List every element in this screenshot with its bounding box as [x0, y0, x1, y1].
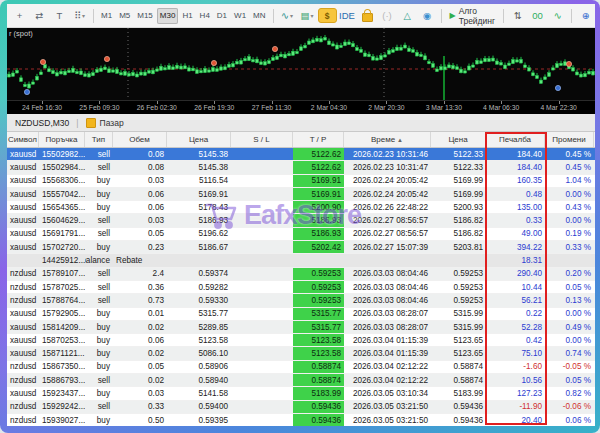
- cell-time: 2026.02.27 08:56:57: [344, 214, 431, 226]
- table-row[interactable]: xauusd15702720...buy0.235186.675202.4220…: [7, 241, 595, 254]
- cell-price: 5178.43: [167, 201, 231, 213]
- table-row[interactable]: xauusd15502984...sell0.085145.385122.622…: [7, 161, 595, 174]
- cell-order: 15557042...: [39, 188, 85, 200]
- column-header-3[interactable]: Тип: [85, 132, 113, 147]
- cell-price2: 5200.93: [431, 201, 486, 213]
- cell-type: sell: [85, 281, 113, 293]
- cell-tp: 5169.91: [293, 188, 344, 200]
- table-row[interactable]: xauusd15502982...sell0.085145.385122.622…: [7, 148, 595, 161]
- table-row[interactable]: xauusd15792905...buy0.015315.775315.7720…: [7, 308, 595, 321]
- cell-change: -0.05 %: [545, 361, 594, 373]
- community-icon[interactable]: ◉: [418, 7, 437, 24]
- cell-tp: 0.59253: [293, 268, 344, 280]
- objects-list-icon[interactable]: ⠿▾: [70, 7, 89, 24]
- cycle-symbols-icon[interactable]: ⇄: [30, 7, 49, 24]
- cell-price: 5315.77: [167, 308, 231, 320]
- column-header-7[interactable]: T / P: [293, 132, 344, 147]
- chart-type-icon[interactable]: ∿▾: [278, 7, 297, 24]
- cell-order: 15691791...: [39, 228, 85, 240]
- table-row[interactable]: nzdusd15867350...buy0.050.589060.5887420…: [7, 361, 595, 374]
- time-axis-label: 4 Mar 22:30: [540, 104, 576, 111]
- cell-price: 0.59330: [167, 294, 231, 306]
- column-header-6[interactable]: S / L: [231, 132, 293, 147]
- table-row[interactable]: xauusd15604629...sell0.035186.935186.932…: [7, 214, 595, 227]
- cell-order: 15568306...: [39, 175, 85, 187]
- signal-icon[interactable]: (·): [378, 7, 397, 24]
- publish-icon[interactable]: △: [398, 7, 417, 24]
- timeframe-mn[interactable]: MN: [250, 8, 268, 24]
- time-axis-label: 3 Mar 13:30: [426, 104, 462, 111]
- cell-volume: 0.36: [113, 281, 167, 293]
- timeframe-m15[interactable]: M15: [134, 8, 156, 24]
- table-row[interactable]: xauusd15557042...buy0.065169.915169.9120…: [7, 188, 595, 201]
- table-row[interactable]: xauusd15923437...buy0.035141.585183.9920…: [7, 387, 595, 400]
- cell-symbol: [7, 254, 39, 266]
- table-row[interactable]: nzdusd15886793...sell0.020.589400.588742…: [7, 374, 595, 387]
- time-axis: 24 Feb 16:3025 Feb 09:3026 Feb 02:3026 F…: [7, 100, 595, 114]
- column-header-4[interactable]: Обем: [113, 132, 167, 147]
- ide-icon[interactable]: IDE: [338, 7, 357, 24]
- table-row[interactable]: xauusd15568306...buy0.035116.545169.9120…: [7, 175, 595, 188]
- table-row[interactable]: nzdusd15787025...sell0.360.592820.592532…: [7, 281, 595, 294]
- column-header-10[interactable]: Печалба: [486, 132, 545, 147]
- lock-icon[interactable]: [358, 7, 377, 24]
- text-tool-icon[interactable]: T: [50, 7, 69, 24]
- table-row[interactable]: xauusd15871121...buy0.025086.105123.5820…: [7, 347, 595, 360]
- cell-tp: 5202.42: [293, 241, 344, 253]
- timeframe-w1[interactable]: W1: [231, 8, 249, 24]
- cell-price2: [431, 254, 486, 266]
- table-row[interactable]: nzdusd15789107...sell2.40.593740.5925320…: [7, 268, 595, 281]
- timeframe-d1[interactable]: D1: [214, 8, 230, 24]
- cell-type: sell: [85, 214, 113, 226]
- cell-volume: 2.4: [113, 268, 167, 280]
- cell-change: 0.19 %: [545, 228, 594, 240]
- cell-time: 2026.02.27 15:07:39: [344, 241, 431, 253]
- cell-tp: 0.58874: [293, 361, 344, 373]
- template-icon[interactable]: ▤▾: [298, 7, 317, 24]
- cell-order: 14425912...: [39, 254, 85, 266]
- column-header-9[interactable]: Цена: [431, 132, 486, 147]
- timeframe-h4[interactable]: H4: [197, 8, 213, 24]
- cell-profit: 56.21: [486, 294, 545, 306]
- sort-icon[interactable]: ⇅: [508, 7, 527, 24]
- price-chart[interactable]: r (spot): [7, 28, 595, 100]
- dollar-icon[interactable]: $: [318, 8, 337, 23]
- zigzag-icon[interactable]: ∿: [548, 7, 567, 24]
- tab-market[interactable]: Пазар: [86, 118, 124, 128]
- table-row[interactable]: 14425912...balanceRebate18.31: [7, 254, 595, 267]
- zoom-in-icon[interactable]: ⊕: [576, 7, 595, 24]
- table-row[interactable]: xauusd15691791...sell0.055196.625186.932…: [7, 228, 595, 241]
- cell-profit: 184.40: [486, 148, 545, 160]
- cell-tp: 5122.62: [293, 148, 344, 160]
- cell-profit: 290.40: [486, 268, 545, 280]
- cell-change: 0.05 %: [545, 281, 594, 293]
- table-row[interactable]: xauusd15870253...buy0.065123.585123.5820…: [7, 334, 595, 347]
- cell-time: 2026.03.04 02:12:22: [344, 374, 431, 386]
- candlestick-canvas: [7, 28, 595, 100]
- column-header-1[interactable]: Символ: [7, 132, 39, 147]
- crosshair-icon[interactable]: +: [10, 7, 29, 24]
- pause-icon[interactable]: 00: [528, 7, 547, 24]
- column-header-2[interactable]: Поръчка: [39, 132, 85, 147]
- cell-change: 0.20 %: [545, 268, 594, 280]
- table-row[interactable]: nzdusd15929242...sell0.330.594000.594362…: [7, 401, 595, 414]
- column-header-5[interactable]: Цена: [167, 132, 231, 147]
- cell-price2: 5123.65: [431, 347, 486, 359]
- table-row[interactable]: nzdusd15788764...sell0.730.593300.592532…: [7, 294, 595, 307]
- table-row[interactable]: xauusd15814209...buy0.025289.855315.7720…: [7, 321, 595, 334]
- cell-price2: 0.58874: [431, 374, 486, 386]
- column-header-8[interactable]: Време▲: [344, 132, 431, 147]
- tab-nzdusd-m30[interactable]: NZDUSD,M30: [15, 118, 69, 128]
- timeframe-h1[interactable]: H1: [179, 8, 195, 24]
- timeframe-m30[interactable]: M30: [157, 8, 179, 24]
- cell-price: 0.58906: [167, 361, 231, 373]
- cell-sl: [231, 294, 293, 306]
- column-header-11[interactable]: Промени: [545, 132, 594, 147]
- cell-price2: 0.59253: [431, 294, 486, 306]
- timeframe-m1[interactable]: M1: [98, 8, 115, 24]
- table-row[interactable]: nzdusd15939027...buy0.500.593950.5943620…: [7, 414, 595, 426]
- cell-sl: [231, 347, 293, 359]
- table-row[interactable]: xauusd15654365...buy0.065178.435200.9020…: [7, 201, 595, 214]
- algo-trading-button[interactable]: ▶Алго Трейдинг: [446, 7, 500, 24]
- timeframe-m5[interactable]: M5: [116, 8, 133, 24]
